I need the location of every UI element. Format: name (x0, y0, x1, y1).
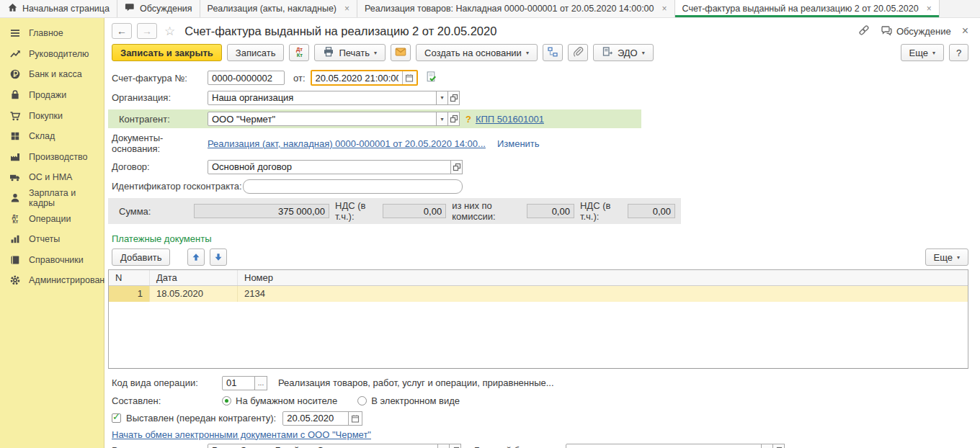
radio-unselected-icon (357, 396, 367, 406)
create-on-basis-button[interactable]: Создать на основании▾ (416, 44, 538, 61)
sidebar-item-administration[interactable]: Администрирование (0, 270, 104, 291)
chevron-down-icon[interactable]: ▾ (436, 112, 448, 126)
trend-icon (9, 48, 21, 60)
manager-input[interactable] (208, 444, 438, 448)
commission-value (527, 204, 574, 218)
tab-close-icon[interactable]: × (927, 4, 932, 14)
tab-invoice-issued[interactable]: Счет-фактура выданный на реализацию 2 от… (675, 0, 940, 17)
sidebar-item-manager[interactable]: Руководителю (0, 44, 104, 65)
move-up-button[interactable] (187, 248, 205, 266)
sidebar-item-main[interactable]: Главное (0, 23, 104, 44)
production-icon (9, 151, 21, 163)
open-icon[interactable] (447, 91, 460, 105)
column-header-number[interactable]: Номер (238, 270, 968, 285)
tab-sales-docs[interactable]: Реализация (акты, накладные) × (200, 0, 357, 17)
ellipsis-button[interactable]: ... (254, 376, 267, 390)
invoice-number-input[interactable] (208, 71, 285, 85)
gear-icon (9, 274, 21, 286)
back-button[interactable]: ← (112, 23, 132, 39)
more-button[interactable]: Еще▾ (901, 44, 944, 61)
cell-date[interactable]: 18.05.2020 (150, 286, 238, 302)
discussions-icon (125, 2, 135, 15)
calendar-icon[interactable] (402, 71, 416, 84)
sidebar-item-warehouse[interactable]: Склад (0, 126, 104, 147)
accountant-label: Главный бухгалтер: (474, 445, 560, 448)
op-code-input[interactable] (222, 376, 255, 390)
issued-date-input[interactable] (282, 411, 349, 426)
table-row[interactable]: 1 18.05.2020 2134 (109, 286, 968, 302)
forward-button[interactable]: → (137, 23, 157, 39)
accountant-input[interactable] (566, 444, 762, 448)
organization-input[interactable] (208, 91, 437, 105)
save-and-close-button[interactable]: Записать и закрыть (112, 44, 222, 61)
sidebar-item-sales[interactable]: Продажи (0, 85, 104, 106)
calendar-icon[interactable] (348, 411, 362, 426)
tab-label: Начальная страница (22, 4, 110, 14)
invoice-date-input[interactable] (312, 71, 402, 84)
chevron-down-icon[interactable]: ▾ (436, 91, 448, 105)
gov-contract-input[interactable] (243, 179, 463, 194)
chevron-down-icon[interactable]: ▾ (437, 444, 450, 448)
issued-checkbox[interactable]: ✓ (112, 413, 121, 423)
sidebar-item-label: Банк и касса (29, 69, 82, 79)
open-icon[interactable] (449, 444, 461, 448)
basis-document-link[interactable]: Реализация (акт, накладная) 0000-000001 … (208, 138, 486, 149)
radio-electronic[interactable]: В электронном виде (357, 395, 460, 406)
cell-number[interactable]: 2134 (238, 286, 968, 302)
warehouse-icon (9, 130, 21, 142)
contract-input[interactable] (208, 160, 451, 174)
tab-sales-invoice-doc[interactable]: Реализация товаров: Накладная 0000-00000… (357, 0, 674, 17)
printer-icon (323, 46, 334, 60)
radio-selected-icon (222, 396, 231, 406)
help-button[interactable]: ? (949, 44, 968, 61)
application-window: Начальная страница Обсуждения Реализация… (0, 0, 980, 448)
close-icon[interactable]: × (962, 24, 968, 37)
sidebar-item-reports[interactable]: Отчеты (0, 229, 104, 250)
sidebar-item-label: Справочники (29, 255, 84, 265)
discussion-button[interactable]: Обсуждение (881, 24, 951, 38)
tab-home[interactable]: Начальная страница (0, 0, 117, 17)
sidebar-item-payroll[interactable]: Зарплата и кадры (0, 188, 104, 209)
sidebar-item-bank[interactable]: Банк и касса (0, 64, 104, 85)
sidebar-item-production[interactable]: Производство (0, 147, 104, 168)
tab-discussions[interactable]: Обсуждения (117, 0, 200, 17)
change-link[interactable]: Изменить (497, 138, 540, 149)
tab-close-icon[interactable]: × (662, 4, 667, 14)
save-button[interactable]: Записать (227, 44, 285, 61)
tab-label: Реализация товаров: Накладная 0000-00000… (365, 4, 654, 14)
payments-more-button[interactable]: Еще▾ (925, 248, 968, 266)
send-email-button[interactable] (391, 44, 411, 61)
table-empty-area[interactable] (109, 302, 968, 368)
column-header-n[interactable]: N (109, 270, 150, 285)
open-icon[interactable] (772, 444, 785, 448)
arrow-up-icon (192, 253, 200, 261)
move-down-button[interactable] (210, 248, 227, 266)
tab-close-icon[interactable]: × (344, 4, 349, 14)
sidebar-item-fixed-assets[interactable]: ОС и НМА (0, 167, 104, 188)
print-button[interactable]: Печать▾ (314, 44, 386, 61)
open-icon[interactable] (447, 112, 460, 126)
edo-button[interactable]: ЭДО▾ (593, 44, 654, 61)
counterparty-check-question-icon[interactable]: ? (466, 114, 471, 125)
add-row-button[interactable]: Добавить (112, 248, 170, 266)
op-code-description: Реализация товаров, работ, услуг и опера… (278, 377, 554, 388)
related-documents-button[interactable] (543, 44, 563, 61)
postings-dtkt-button[interactable]: ДтКт (289, 44, 309, 61)
radio-paper[interactable]: На бумажном носителе (222, 395, 337, 406)
sidebar-item-purchases[interactable]: Покупки (0, 105, 104, 126)
sidebar-item-references[interactable]: Справочники (0, 250, 104, 271)
sidebar-item-operations[interactable]: ДтКт Операции (0, 208, 104, 229)
attachments-button[interactable] (568, 44, 588, 61)
chevron-down-icon[interactable]: ▾ (761, 444, 773, 448)
payments-toolbar: Добавить Еще▾ (112, 248, 968, 266)
favorite-star-icon[interactable]: ☆ (164, 24, 175, 39)
chevron-down-icon: ▾ (932, 50, 935, 56)
start-edi-link[interactable]: Начать обмен электронными документами с … (112, 429, 371, 440)
counterparty-input[interactable] (208, 112, 437, 126)
open-icon[interactable] (450, 160, 463, 174)
cell-n[interactable]: 1 (109, 286, 150, 302)
chevron-down-icon: ▾ (526, 50, 529, 56)
link-icon[interactable] (858, 24, 870, 38)
kpp-link[interactable]: КПП 501601001 (476, 114, 544, 125)
column-header-date[interactable]: Дата (150, 270, 238, 285)
